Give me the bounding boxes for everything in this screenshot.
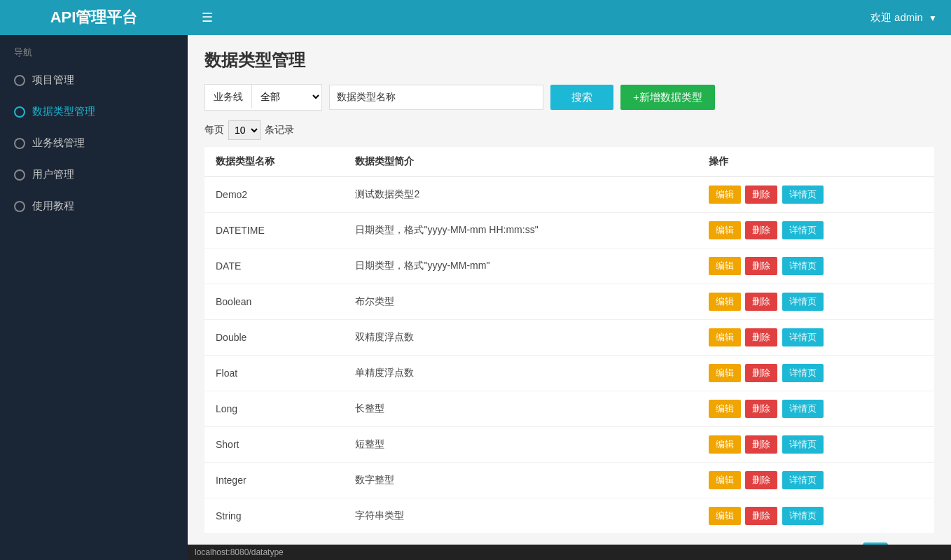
add-datatype-button[interactable]: +新增数据类型 [620, 85, 715, 110]
edit-button[interactable]: 编辑 [709, 507, 741, 525]
search-button[interactable]: 搜索 [550, 85, 613, 110]
cell-name: String [204, 498, 344, 534]
page-title: 数据类型管理 [204, 49, 934, 71]
delete-button[interactable]: 删除 [745, 293, 777, 311]
table-row: Short 短整型 编辑 删除 详情页 [204, 427, 934, 463]
user-menu[interactable]: 欢迎 admin ▼ [870, 11, 937, 24]
edit-button[interactable]: 编辑 [709, 400, 741, 418]
sidebar-logo: API管理平台 [0, 0, 188, 35]
detail-button[interactable]: 详情页 [782, 435, 824, 454]
cell-desc: 日期类型，格式"yyyy-MM-mm HH:mm:ss" [344, 213, 697, 248]
cell-name: Demo2 [204, 177, 344, 213]
cell-name: Float [204, 356, 344, 391]
delete-button[interactable]: 删除 [745, 435, 777, 454]
edit-button[interactable]: 编辑 [709, 328, 741, 346]
detail-button[interactable]: 详情页 [782, 364, 824, 382]
detail-button[interactable]: 详情页 [782, 507, 824, 525]
name-filter-label: 数据类型名称 [330, 91, 403, 104]
table-row: Double 双精度浮点数 编辑 删除 详情页 [204, 320, 934, 356]
cell-name: Short [204, 427, 344, 463]
name-filter-wrap: 数据类型名称 [329, 85, 543, 110]
sidebar-item-business[interactable]: 业务线管理 [0, 127, 188, 159]
table-row: String 字符串类型 编辑 删除 详情页 [204, 498, 934, 534]
edit-button[interactable]: 编辑 [709, 186, 741, 204]
cell-name: Integer [204, 463, 344, 498]
sidebar-item-user[interactable]: 用户管理 [0, 159, 188, 190]
detail-button[interactable]: 详情页 [782, 186, 824, 204]
detail-button[interactable]: 详情页 [782, 328, 824, 346]
main-area: ☰ 欢迎 admin ▼ 数据类型管理 业务线 全部 数据类型名称 搜索 +新增… [188, 0, 951, 560]
welcome-text: 欢迎 admin [870, 11, 923, 23]
data-table: 数据类型名称 数据类型简介 操作 Demo2 测试数据类型2 编辑 删除 详情页… [204, 147, 934, 534]
circle-icon [14, 138, 25, 149]
nav-label: 导航 [0, 35, 188, 64]
table-row: Long 长整型 编辑 删除 详情页 [204, 391, 934, 427]
detail-button[interactable]: 详情页 [782, 293, 824, 311]
cell-actions: 编辑 删除 详情页 [697, 213, 934, 248]
edit-button[interactable]: 编辑 [709, 293, 741, 311]
delete-button[interactable]: 删除 [745, 186, 777, 204]
table-row: DATE 日期类型，格式"yyyy-MM-mm" 编辑 删除 详情页 [204, 248, 934, 284]
edit-button[interactable]: 编辑 [709, 435, 741, 454]
edit-button[interactable]: 编辑 [709, 257, 741, 275]
sidebar-item-tutorial[interactable]: 使用教程 [0, 190, 188, 222]
delete-button[interactable]: 删除 [745, 221, 777, 239]
edit-button[interactable]: 编辑 [709, 471, 741, 489]
business-select[interactable]: 全部 [251, 85, 321, 108]
cell-actions: 编辑 删除 详情页 [697, 356, 934, 391]
circle-icon [14, 201, 25, 212]
sidebar-item-label: 项目管理 [32, 74, 74, 87]
cell-name: DATETIME [204, 213, 344, 248]
cell-actions: 编辑 删除 详情页 [697, 248, 934, 284]
cell-name: Double [204, 320, 344, 356]
sidebar-item-label: 用户管理 [32, 168, 74, 181]
delete-button[interactable]: 删除 [745, 364, 777, 382]
per-page-label-before: 每页 [204, 124, 224, 136]
col-desc: 数据类型简介 [344, 147, 697, 177]
table-row: Boolean 布尔类型 编辑 删除 详情页 [204, 284, 934, 320]
detail-button[interactable]: 详情页 [782, 221, 824, 239]
detail-button[interactable]: 详情页 [782, 471, 824, 489]
cell-actions: 编辑 删除 详情页 [697, 177, 934, 213]
cell-actions: 编辑 删除 详情页 [697, 498, 934, 534]
delete-button[interactable]: 删除 [745, 507, 777, 525]
delete-button[interactable]: 删除 [745, 328, 777, 346]
detail-button[interactable]: 详情页 [782, 257, 824, 275]
per-page-label-after: 条记录 [265, 124, 294, 136]
delete-button[interactable]: 删除 [745, 400, 777, 418]
cell-actions: 编辑 删除 详情页 [697, 463, 934, 498]
sidebar-item-datatype[interactable]: 数据类型管理 [0, 96, 188, 127]
filter-bar: 业务线 全部 数据类型名称 搜索 +新增数据类型 [204, 84, 934, 111]
sidebar-item-label: 数据类型管理 [32, 105, 95, 118]
cell-name: Boolean [204, 284, 344, 320]
sidebar-item-label: 业务线管理 [32, 136, 85, 150]
circle-icon [14, 169, 25, 181]
per-page-select[interactable]: 10 20 50 [228, 120, 261, 140]
table-row: Float 单精度浮点数 编辑 删除 详情页 [204, 356, 934, 391]
cell-desc: 双精度浮点数 [344, 320, 697, 356]
table-row: Integer 数字整型 编辑 删除 详情页 [204, 463, 934, 498]
cell-desc: 字符串类型 [344, 498, 697, 534]
table-row: DATETIME 日期类型，格式"yyyy-MM-mm HH:mm:ss" 编辑… [204, 213, 934, 248]
cell-actions: 编辑 删除 详情页 [697, 427, 934, 463]
menu-icon[interactable]: ☰ [202, 10, 213, 25]
topbar: ☰ 欢迎 admin ▼ [188, 0, 951, 35]
sidebar-item-project[interactable]: 项目管理 [0, 64, 188, 96]
edit-button[interactable]: 编辑 [709, 221, 741, 239]
detail-button[interactable]: 详情页 [782, 400, 824, 418]
circle-icon [14, 75, 25, 86]
cell-desc: 数字整型 [344, 463, 697, 498]
delete-button[interactable]: 删除 [745, 257, 777, 275]
edit-button[interactable]: 编辑 [709, 364, 741, 382]
app-title: API管理平台 [50, 7, 138, 28]
cell-desc: 单精度浮点数 [344, 356, 697, 391]
dropdown-arrow-icon: ▼ [929, 13, 937, 23]
cell-desc: 日期类型，格式"yyyy-MM-mm" [344, 248, 697, 284]
cell-name: DATE [204, 248, 344, 284]
table-row: Demo2 测试数据类型2 编辑 删除 详情页 [204, 177, 934, 213]
per-page-row: 每页 10 20 50 条记录 [204, 120, 934, 140]
name-search-input[interactable] [403, 85, 543, 109]
business-label: 业务线 [205, 85, 251, 110]
col-action: 操作 [697, 147, 934, 177]
delete-button[interactable]: 删除 [745, 471, 777, 489]
